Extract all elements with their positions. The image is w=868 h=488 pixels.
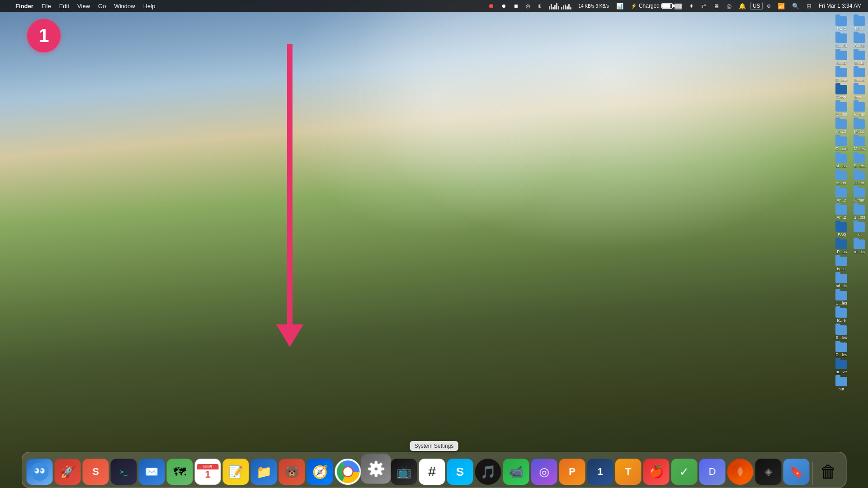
dock-folder-item[interactable]: ro...D [833, 50, 850, 66]
status-icon-4[interactable]: ⊕ [535, 2, 544, 10]
dock-app-system-settings[interactable]: ⚙️ [361, 454, 391, 484]
battery-indicator[interactable]: ⚡ Charged ▓▓ [628, 2, 684, 10]
dock-app-mela[interactable]: 🍎 [643, 459, 670, 485]
dock-folder-item[interactable]: Ar...2 [833, 204, 850, 221]
dock-app-slack[interactable]: # [419, 459, 445, 485]
dock-folder-item[interactable]: co...ro [833, 33, 850, 49]
activity-monitor-icon[interactable]: 📊 [613, 2, 626, 10]
dock-app-launchpad[interactable]: 🚀 [55, 459, 81, 485]
dock-folder-item[interactable]: U...les [833, 290, 850, 306]
dock-folder-item[interactable]: ar...ve [833, 359, 850, 375]
dock-app-safari[interactable]: 🧭 [307, 459, 333, 485]
dock-folder-item[interactable]: D...or [851, 170, 868, 186]
notification-icon[interactable]: 🔔 [736, 2, 749, 10]
dock-divider [812, 462, 813, 485]
dock-app-notchmeister[interactable]: ◈ [755, 459, 782, 485]
folder-icon [854, 222, 865, 232]
menu-file[interactable]: File [38, 2, 55, 10]
menu-window[interactable]: Window [110, 2, 138, 10]
dock-app-facetime[interactable]: 📹 [503, 459, 529, 485]
dock-folder-item[interactable]: st...er [833, 170, 850, 186]
dock-folder-item[interactable]: S...ots [851, 204, 868, 221]
wallpaper-scene [0, 0, 868, 488]
status-icon-2[interactable]: ⏹ [511, 2, 521, 9]
folder-icon [835, 102, 847, 112]
dock-folder-item[interactable]: Poop [833, 84, 850, 100]
dock-app-calendar[interactable]: MAR 1 [195, 459, 221, 485]
status-icon-3[interactable]: ◎ [523, 2, 533, 10]
dock-folder-item[interactable]: S...ets [851, 153, 868, 169]
airplay-icon[interactable]: ⇄ [698, 2, 709, 10]
dock-folder-item[interactable]: B...les [833, 101, 850, 117]
dock-app-mail[interactable]: ✉️ [139, 459, 165, 485]
dock-folder-item[interactable]: M...es [851, 136, 868, 152]
dock-folder-item[interactable]: Other [851, 187, 868, 203]
dock-folder-item[interactable]: O...ain [833, 136, 850, 152]
dock-folder-item[interactable]: Music [851, 118, 868, 135]
dock-folder-item[interactable]: un...2 [833, 118, 850, 135]
dock-app-notes[interactable]: 📝 [223, 459, 249, 485]
dock-folder-item[interactable]: out [833, 376, 850, 392]
folder-icon [835, 291, 847, 300]
menu-go[interactable]: Go [94, 2, 109, 10]
dock-folder-item[interactable]: D...les [833, 342, 850, 358]
dock-app-discord[interactable]: D [699, 459, 726, 485]
dock-folder-item[interactable]: :PAQ [833, 221, 850, 238]
dock-folder-item[interactable]: D...ts [851, 50, 868, 66]
wifi-icon[interactable]: 📶 [775, 2, 788, 10]
menu-view[interactable]: View [74, 2, 94, 10]
recording-indicator[interactable]: ⏺ [485, 1, 497, 10]
dock-folder-item[interactable]: tc...e [833, 307, 850, 324]
folder-label: Ims... [851, 95, 868, 99]
menu-edit[interactable]: Edit [56, 2, 73, 10]
dock-folder-item[interactable]: S...les [833, 324, 850, 341]
right-dock-row: T-...C M...s [833, 15, 867, 32]
dock-app-chrome[interactable] [335, 459, 361, 485]
control-center-icon[interactable]: ⊞ [804, 2, 814, 10]
dock-app-bookmarks[interactable]: 🔖 [783, 459, 810, 485]
dock-folder-item[interactable]: d [851, 221, 868, 238]
dock-app-1password[interactable]: 1 [587, 459, 613, 485]
dock-app-screenium[interactable]: ◎ [531, 459, 557, 485]
dock-app-iterm[interactable]: >_ [111, 459, 137, 485]
dock-app-tableplus[interactable]: T [615, 459, 642, 485]
dock-app-tv[interactable]: 📺 [391, 459, 417, 485]
network-stats[interactable]: 14 KB/s 3 KB/s [576, 2, 612, 10]
siri-icon[interactable]: ◎ [724, 2, 734, 10]
dock-folder-item[interactable]: P...nts [851, 101, 868, 117]
dock-folder-item[interactable]: sd...in [833, 273, 850, 289]
dock-folder-item[interactable]: Im...s [851, 67, 868, 83]
dock-app-arc[interactable] [727, 459, 754, 485]
app-name[interactable]: Finder [12, 2, 37, 10]
status-icon-1[interactable]: ⏺ [499, 2, 509, 9]
dock-folder-item[interactable]: M...s [851, 15, 868, 32]
dock-app-ticktick[interactable]: ✓ [671, 459, 698, 485]
dock-folder-item[interactable]: A...ns [851, 33, 868, 49]
right-dock-row: ty...n [833, 256, 867, 272]
dock-folder-item[interactable]: T-...C [833, 15, 850, 32]
dock-folder-item[interactable]: :P...as [833, 239, 850, 255]
dock-app-spotify[interactable]: 🎵 [475, 459, 501, 485]
status-dots[interactable]: ✦ [686, 2, 697, 10]
bluetooth-icon[interactable]: ⎊ [764, 2, 773, 10]
datetime[interactable]: Fri Mar 1 3:34 AM [816, 2, 864, 10]
dock-app-proxyman[interactable]: P [559, 459, 585, 485]
dock-folder-item[interactable]: Ar...2 [833, 187, 850, 203]
menu-help[interactable]: Help [140, 2, 159, 10]
search-icon[interactable]: 🔍 [789, 2, 802, 10]
dock-folder-item[interactable]: m...ks [851, 239, 868, 255]
displays-icon[interactable]: 🖥 [711, 2, 722, 10]
keyboard-layout[interactable]: US [750, 2, 763, 10]
dock-app-skype[interactable]: S [447, 459, 473, 485]
dock-app-trash[interactable]: 🗑 [816, 459, 842, 485]
dock-folder-item[interactable]: st...as [833, 153, 850, 169]
cpu-monitor[interactable] [546, 1, 574, 10]
dock-app-bear[interactable]: 🐻 [279, 459, 305, 485]
dock-app-finder[interactable] [27, 459, 53, 485]
dock-folder-item[interactable]: ty...n [833, 256, 850, 272]
dock-app-setapp[interactable]: S [83, 459, 109, 485]
dock-folder-item[interactable]: Ims... [851, 84, 868, 100]
dock-app-files[interactable]: 📁 [251, 459, 277, 485]
dock-folder-item[interactable]: D...ign [833, 67, 850, 83]
dock-app-maps[interactable]: 🗺 [167, 459, 193, 485]
